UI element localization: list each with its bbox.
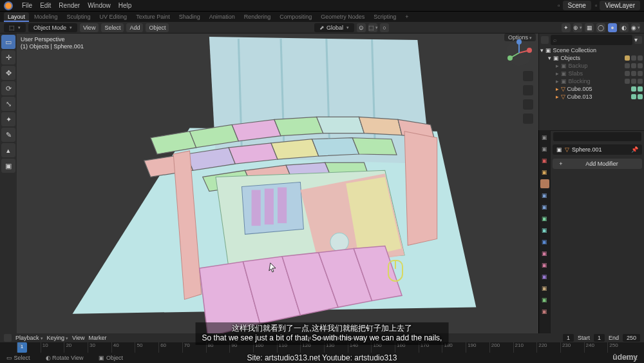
tool-rotate[interactable]: ⟳ bbox=[1, 81, 15, 95]
orientation-dropdown[interactable]: ⬈ Global bbox=[314, 23, 354, 32]
menu-window[interactable]: Window bbox=[84, 1, 115, 10]
tab-uv-editing[interactable]: UV Editing bbox=[96, 12, 131, 21]
svg-marker-37 bbox=[404, 132, 437, 246]
tool-select-box[interactable]: ▭ bbox=[1, 35, 15, 49]
outliner-filter-icon[interactable]: ▾ bbox=[634, 36, 642, 44]
shading-wire-icon[interactable]: ◯ bbox=[596, 23, 605, 32]
property-tab-7[interactable]: ▣ bbox=[540, 214, 549, 223]
3d-viewport[interactable]: User Perspective (1) Objects | Sphere.00… bbox=[17, 34, 538, 333]
outliner-panel: ⌕ ▾ ▾ ▣Scene Collection ▾ ▣Objects ▸ ▣Ba… bbox=[538, 34, 644, 130]
timeline-tick: 210 bbox=[513, 342, 524, 353]
timeline-keying-menu[interactable]: Keying bbox=[47, 335, 69, 341]
pivot-icon[interactable]: ⊙ bbox=[357, 23, 366, 32]
start-frame[interactable]: 1 bbox=[594, 334, 605, 342]
property-tab-9[interactable]: ▣ bbox=[540, 237, 549, 246]
header-menu-view[interactable]: View bbox=[80, 23, 99, 32]
tool-annotate[interactable]: ✎ bbox=[1, 128, 15, 142]
editor-type-dropdown[interactable]: ⬚ bbox=[4, 23, 26, 32]
tab-sculpting[interactable]: Sculpting bbox=[63, 12, 95, 21]
header-menu-add[interactable]: Add bbox=[126, 23, 143, 32]
property-tab-14[interactable]: ▣ bbox=[540, 295, 549, 304]
property-tab-1[interactable]: ▣ bbox=[540, 144, 549, 153]
camera-icon[interactable] bbox=[523, 99, 533, 110]
property-tab-10[interactable]: ▣ bbox=[540, 249, 549, 258]
timeline-tick: 0 bbox=[17, 342, 21, 353]
timeline-view-menu[interactable]: View bbox=[72, 335, 84, 341]
mouse-indicator-icon bbox=[388, 260, 403, 282]
property-tab-4[interactable]: ▣ bbox=[540, 179, 549, 188]
menu-file[interactable]: File bbox=[18, 1, 36, 10]
menu-edit[interactable]: Edit bbox=[36, 1, 55, 10]
property-tab-3[interactable]: ▣ bbox=[540, 168, 549, 177]
header-menu-object[interactable]: Object bbox=[146, 23, 169, 32]
scene-selector[interactable]: ▫Scene bbox=[558, 1, 591, 10]
tab-geometry-nodes[interactable]: Geometry Nodes bbox=[317, 12, 368, 21]
timeline-tick: 50 bbox=[135, 342, 142, 353]
overlays-dropdown[interactable]: ⊕ bbox=[573, 23, 582, 32]
snap-dropdown[interactable]: ⬚ bbox=[368, 23, 377, 32]
current-frame[interactable]: 1 bbox=[563, 334, 574, 342]
property-tab-12[interactable]: ▣ bbox=[540, 272, 549, 281]
property-tab-0[interactable]: ▣ bbox=[540, 133, 549, 142]
property-tab-15[interactable]: ▣ bbox=[540, 307, 549, 316]
tree-backup[interactable]: ▸ ▣Backup bbox=[539, 62, 644, 70]
tree-blocking[interactable]: ▸ ▣Blocking bbox=[539, 77, 644, 85]
property-tab-6[interactable]: ▣ bbox=[540, 202, 549, 211]
timeline-editor-icon[interactable] bbox=[4, 334, 12, 342]
timeline-marker-menu[interactable]: Marker bbox=[88, 335, 106, 341]
shading-render-icon[interactable]: ◉ bbox=[631, 23, 640, 32]
menu-render[interactable]: Render bbox=[55, 1, 84, 10]
svg-point-40 bbox=[527, 48, 532, 53]
xray-icon[interactable]: ▦ bbox=[585, 23, 594, 32]
tab-animation[interactable]: Animation bbox=[205, 12, 239, 21]
tab-shading[interactable]: Shading bbox=[175, 12, 204, 21]
svg-point-44 bbox=[516, 39, 522, 44]
navigation-gizmo[interactable] bbox=[505, 39, 533, 67]
shading-matprev-icon[interactable]: ◐ bbox=[620, 23, 629, 32]
properties-search[interactable] bbox=[553, 132, 641, 141]
tree-objects-collection[interactable]: ▾ ▣Objects bbox=[539, 54, 644, 62]
tab-add-workspace[interactable]: + bbox=[401, 12, 412, 21]
tab-modeling[interactable]: Modeling bbox=[30, 12, 62, 21]
properties-panel: ▣▽Sphere.001📌 +Add Modifier bbox=[550, 130, 644, 333]
timeline-tick: 60 bbox=[158, 342, 166, 353]
outliner-editor-icon[interactable] bbox=[541, 36, 549, 44]
property-tab-8[interactable]: ▣ bbox=[540, 226, 549, 235]
tool-add-cube[interactable]: ▣ bbox=[1, 159, 15, 173]
add-modifier-button[interactable]: +Add Modifier bbox=[553, 159, 642, 169]
tool-transform[interactable]: ✦ bbox=[1, 112, 15, 126]
shading-solid-icon[interactable]: ● bbox=[608, 23, 617, 32]
tab-rendering[interactable]: Rendering bbox=[240, 12, 275, 21]
property-tab-2[interactable]: ▣ bbox=[540, 156, 549, 165]
gizmo-toggle-icon[interactable]: ✦ bbox=[562, 23, 571, 32]
tool-cursor[interactable]: ✛ bbox=[1, 50, 15, 64]
proportional-edit-icon[interactable]: ○ bbox=[380, 23, 389, 32]
header-menu-select[interactable]: Select bbox=[101, 23, 124, 32]
property-tab-11[interactable]: ▣ bbox=[540, 260, 549, 270]
viewlayer-selector[interactable]: ▫ViewLayer bbox=[595, 1, 640, 10]
svg-marker-16 bbox=[271, 139, 319, 159]
tool-measure[interactable]: ▴ bbox=[1, 143, 15, 157]
zoom-icon[interactable] bbox=[523, 71, 533, 81]
property-tab-5[interactable]: ▣ bbox=[540, 191, 549, 200]
tab-layout[interactable]: Layout bbox=[4, 12, 29, 21]
tree-scene-collection[interactable]: ▾ ▣Scene Collection bbox=[539, 46, 644, 54]
perspective-icon[interactable] bbox=[523, 113, 533, 124]
tab-scripting[interactable]: Scripting bbox=[370, 12, 400, 21]
outliner-search[interactable]: ⌕ bbox=[551, 35, 632, 45]
tree-cube-013[interactable]: ▸ ▽Cube.013 bbox=[539, 93, 644, 101]
menu-help[interactable]: Help bbox=[115, 1, 136, 10]
properties-breadcrumb[interactable]: ▣▽Sphere.001📌 bbox=[553, 144, 642, 155]
tab-texture-paint[interactable]: Texture Paint bbox=[132, 12, 174, 21]
pan-icon[interactable] bbox=[523, 85, 533, 95]
timeline-playback-menu[interactable]: Playback bbox=[15, 335, 43, 341]
tab-compositing[interactable]: Compositing bbox=[276, 12, 316, 21]
viewport-info: User Perspective (1) Objects | Sphere.00… bbox=[21, 36, 84, 50]
property-tab-13[interactable]: ▣ bbox=[540, 284, 549, 293]
tree-slabs[interactable]: ▸ ▣Slabs bbox=[539, 70, 644, 77]
end-frame[interactable]: 250 bbox=[623, 334, 640, 342]
tree-cube-005[interactable]: ▸ ▽Cube.005 bbox=[539, 85, 644, 93]
tool-move[interactable]: ✥ bbox=[1, 66, 15, 80]
tool-scale[interactable]: ⤡ bbox=[1, 97, 15, 111]
mode-dropdown[interactable]: Object Mode bbox=[28, 23, 77, 32]
